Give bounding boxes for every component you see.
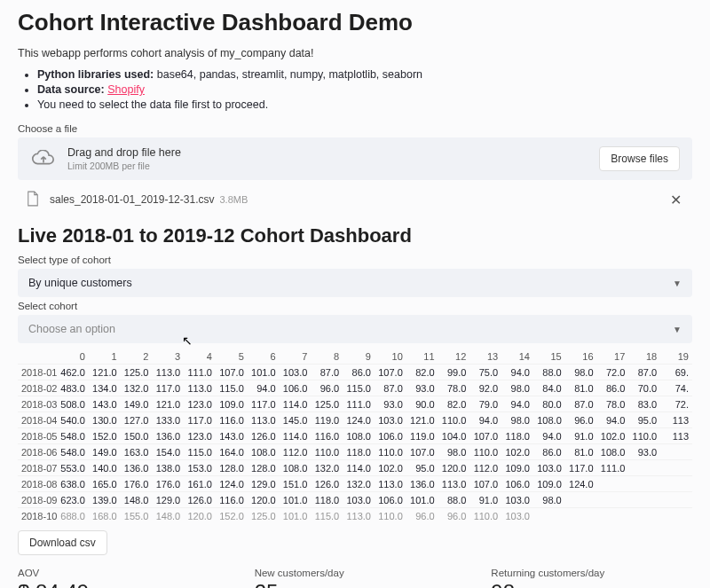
uploaded-file-name: sales_2018-01-01_2019-12-31.csv	[50, 193, 214, 206]
chevron-down-icon: ▼	[673, 278, 682, 288]
uploaded-file-size: 3.8MB	[219, 194, 248, 205]
table-row[interactable]: 2018-05548.0152.0150.0136.0123.0143.0126…	[18, 428, 692, 444]
select-cohort-label: Select cohort	[18, 301, 692, 311]
metric-returning-customers: Returning customers/day 98 ↓-60.65%	[491, 568, 692, 588]
dropzone-main-text: Drag and drop file here	[67, 146, 181, 159]
select-type-dropdown[interactable]: By unique customers ▼	[18, 269, 692, 297]
table-row[interactable]: 2018-02483.0134.0132.0117.0113.0115.094.…	[18, 380, 692, 396]
table-row[interactable]: 2018-08638.0165.0176.0176.0161.0124.0129…	[18, 476, 692, 492]
remove-file-button[interactable]: ✕	[665, 192, 687, 208]
intro-text: This webapp performs cohort analysis of …	[18, 47, 692, 59]
select-cohort-dropdown[interactable]: Choose an option ▼	[18, 315, 692, 343]
table-row[interactable]: 2018-06548.0149.0163.0154.0115.0164.0108…	[18, 444, 692, 460]
browse-files-button[interactable]: Browse files	[599, 146, 680, 171]
table-row[interactable]: 2018-04540.0130.0127.0133.0117.0116.0113…	[18, 412, 692, 428]
select-type-label: Select type of cohort	[18, 255, 692, 265]
uploader-label: Choose a file	[18, 123, 692, 134]
uploaded-file-row: sales_2018-01-01_2019-12-31.csv3.8MB ✕	[18, 187, 692, 212]
section-title: Live 2018-01 to 2019-12 Cohort Dashboard	[18, 224, 692, 247]
download-csv-button[interactable]: Download csv	[18, 530, 107, 555]
info-bullets: Python libraries used: base64, pandas, s…	[37, 68, 692, 111]
metrics-row: AOV $ 84.49 ↓-$10.51 New customers/day 2…	[18, 568, 692, 588]
chevron-down-icon: ▼	[673, 325, 682, 334]
table-row[interactable]: 2018-03508.0143.0149.0121.0123.0109.0117…	[18, 396, 692, 412]
file-icon	[27, 191, 41, 208]
table-row[interactable]: 2018-09623.0139.0148.0129.0126.0116.0120…	[18, 492, 692, 508]
table-row[interactable]: 2018-07553.0140.0136.0138.0153.0128.0128…	[18, 460, 692, 476]
cloud-upload-icon	[30, 149, 57, 169]
bullet-instruction: You need to select the data file first t…	[37, 98, 692, 111]
metric-new-customers: New customers/day 25 ↓-15.55%	[255, 568, 456, 588]
dropzone-sub-text: Limit 200MB per file	[67, 161, 181, 171]
cohort-data-grid[interactable]: 0123456789101112131415161718192018-01462…	[18, 349, 692, 523]
shopify-link[interactable]: Shopify	[107, 83, 145, 96]
page-title: Cohort Interactive Dashboard Demo	[18, 9, 692, 36]
file-dropzone[interactable]: Drag and drop file here Limit 200MB per …	[18, 137, 692, 180]
table-row[interactable]: 2018-01462.0121.0125.0113.0111.0107.0101…	[18, 365, 692, 380]
metric-aov: AOV $ 84.49 ↓-$10.51	[18, 568, 219, 588]
bullet-libs: Python libraries used: base64, pandas, s…	[37, 68, 692, 81]
table-row[interactable]: 2018-10688.0168.0155.0148.0120.0152.0125…	[18, 508, 692, 524]
bullet-datasource: Data source: Shopify	[37, 83, 692, 96]
